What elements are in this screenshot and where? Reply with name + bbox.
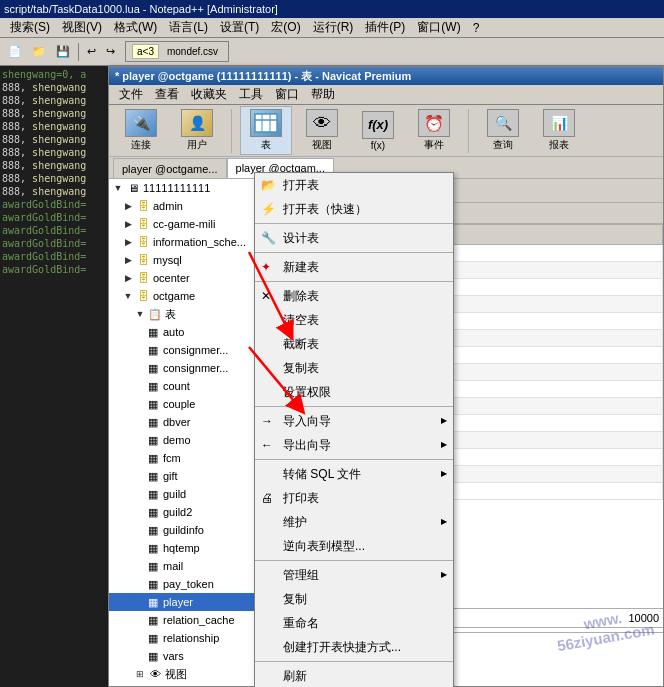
function-button[interactable]: f(x) f(x): [352, 108, 404, 154]
menu-language[interactable]: 语言(L): [163, 17, 214, 38]
tree-table-gift[interactable]: ▦ gift: [109, 467, 262, 485]
tree-table-guild[interactable]: ▦ guild: [109, 485, 262, 503]
query-button[interactable]: 🔍 查询: [477, 106, 529, 155]
ctx-copy[interactable]: 复制: [255, 587, 453, 611]
tree-table-demo[interactable]: ▦ demo: [109, 431, 262, 449]
nav-menu-tools[interactable]: 工具: [233, 84, 269, 105]
tree-table-vars[interactable]: ▦ vars: [109, 647, 262, 665]
admin-toggle[interactable]: ▶: [121, 199, 135, 213]
ctx-create-shortcut[interactable]: 创建打开表快捷方式...: [255, 635, 453, 659]
ctx-import[interactable]: → 导入向导: [255, 409, 453, 433]
nav-menu-file[interactable]: 文件: [113, 84, 149, 105]
tree-table-guildinfo[interactable]: ▦ guildinfo: [109, 521, 262, 539]
ctx-open-fast[interactable]: ⚡ 打开表（快速）: [255, 197, 453, 221]
tree-db-info[interactable]: ▶ 🗄 information_sche...: [109, 233, 262, 251]
tree-table-relcache[interactable]: ▦ relation_cache: [109, 611, 262, 629]
tree-server[interactable]: ▼ 🖥 11111111111: [109, 179, 262, 197]
nav-menu-favorites[interactable]: 收藏夹: [185, 84, 233, 105]
octgame-toggle[interactable]: ▼: [121, 289, 135, 303]
view-toggle[interactable]: ⊞: [133, 667, 147, 681]
ctx-empty[interactable]: 清空表: [255, 308, 453, 332]
tree-db-admin[interactable]: ▶ 🗄 admin: [109, 197, 262, 215]
redo-btn[interactable]: ↪: [102, 41, 119, 63]
nav-menu-help[interactable]: 帮助: [305, 84, 341, 105]
event-button[interactable]: ⏰ 事件: [408, 106, 460, 155]
tree-table-count[interactable]: ▦ count: [109, 377, 262, 395]
open-btn[interactable]: 📁: [28, 41, 50, 63]
tree-tables-node[interactable]: ▼ 📋 表: [109, 305, 262, 323]
tree-table-auto[interactable]: ▦ auto: [109, 323, 262, 341]
tree-function-node[interactable]: ⊞ f() 函数: [109, 683, 262, 686]
tree-table-mail[interactable]: ▦ mail: [109, 557, 262, 575]
ctx-print[interactable]: 🖨 打印表: [255, 486, 453, 510]
ctx-export[interactable]: ← 导出向导: [255, 433, 453, 457]
table-row-icon-mail: ▦: [145, 559, 161, 573]
tree-table-dbver[interactable]: ▦ dbver: [109, 413, 262, 431]
tree-table-hqtemp[interactable]: ▦ hqtemp: [109, 539, 262, 557]
table-button[interactable]: 表: [240, 106, 292, 155]
tree-db-ocenter[interactable]: ▶ 🗄 ocenter: [109, 269, 262, 287]
tree-table-consign2[interactable]: ▦ consignmer...: [109, 359, 262, 377]
tree-db-ccgame[interactable]: ▶ 🗄 cc-game-mili: [109, 215, 262, 233]
user-button[interactable]: 👤 用户: [171, 106, 223, 155]
tab-strip[interactable]: a<3 mondef.csv: [125, 41, 229, 62]
tree-table-relationship[interactable]: ▦ relationship: [109, 629, 262, 647]
nav-menu-window[interactable]: 窗口: [269, 84, 305, 105]
tab2-label[interactable]: mondef.csv: [163, 45, 222, 58]
tree-table-couple[interactable]: ▦ couple: [109, 395, 262, 413]
menu-search[interactable]: 搜索(S): [4, 17, 56, 38]
menu-window[interactable]: 窗口(W): [411, 17, 466, 38]
mysql-toggle[interactable]: ▶: [121, 253, 135, 267]
ctx-maintenance[interactable]: 维护: [255, 510, 453, 534]
tree-table-fcm[interactable]: ▦ fcm: [109, 449, 262, 467]
ctx-truncate[interactable]: 截断表: [255, 332, 453, 356]
save-btn[interactable]: 💾: [52, 41, 74, 63]
ctx-copy-table[interactable]: 复制表: [255, 356, 453, 380]
ctx-reverse[interactable]: 逆向表到模型...: [255, 534, 453, 558]
tables-toggle[interactable]: ▼: [133, 307, 147, 321]
menu-view[interactable]: 视图(V): [56, 17, 108, 38]
menu-run[interactable]: 运行(R): [307, 17, 360, 38]
report-button[interactable]: 📊 报表: [533, 106, 585, 155]
nav-menu-view[interactable]: 查看: [149, 84, 185, 105]
ccgame-toggle[interactable]: ▶: [121, 217, 135, 231]
tree-db-octgame[interactable]: ▼ 🗄 octgame: [109, 287, 262, 305]
ctx-sep4: [255, 406, 453, 407]
ctx-new[interactable]: ✦ 新建表: [255, 255, 453, 279]
new-btn[interactable]: 📄: [4, 41, 26, 63]
undo-btn[interactable]: ↩: [83, 41, 100, 63]
connect-button[interactable]: 🔌 连接: [115, 106, 167, 155]
tree-table-guild2[interactable]: ▦ guild2: [109, 503, 262, 521]
code-editor[interactable]: shengwang=0, a 888, shengwang 888, sheng…: [0, 66, 115, 687]
ctx-manage-group[interactable]: 管理组: [255, 563, 453, 587]
tree-table-paytoken[interactable]: ▦ pay_token: [109, 575, 262, 593]
menu-format[interactable]: 格式(W): [108, 17, 163, 38]
view-button[interactable]: 👁 视图: [296, 106, 348, 155]
octgame-label: octgame: [153, 288, 195, 304]
editor-line-4: 888, shengwang: [2, 107, 112, 120]
info-toggle[interactable]: ▶: [121, 235, 135, 249]
menu-help[interactable]: ?: [467, 19, 486, 37]
ctx-permissions[interactable]: 设置权限: [255, 380, 453, 404]
ctx-rename[interactable]: 重命名: [255, 611, 453, 635]
tree-table-consign1[interactable]: ▦ consignmer...: [109, 341, 262, 359]
tab-player-1[interactable]: player @octgame...: [113, 158, 227, 178]
server-toggle[interactable]: ▼: [111, 181, 125, 195]
ctx-dump-sql[interactable]: 转储 SQL 文件: [255, 462, 453, 486]
tree-view-node[interactable]: ⊞ 👁 视图: [109, 665, 262, 683]
ctx-delete[interactable]: ✕ 删除表: [255, 284, 453, 308]
menu-plugins[interactable]: 插件(P): [359, 17, 411, 38]
tree-db-mysql[interactable]: ▶ 🗄 mysql: [109, 251, 262, 269]
tree-panel[interactable]: ▼ 🖥 11111111111 ▶ 🗄 admin ▶ 🗄 cc-game-mi…: [109, 179, 264, 686]
table-row-icon-gift: ▦: [145, 469, 161, 483]
editor-line-6: 888, shengwang: [2, 133, 112, 146]
tree-table-player[interactable]: ▦ player: [109, 593, 262, 611]
function-toggle[interactable]: ⊞: [133, 685, 147, 686]
ctx-refresh[interactable]: 刷新: [255, 664, 453, 687]
ctx-design[interactable]: 🔧 设计表: [255, 226, 453, 250]
ctx-open[interactable]: 📂 打开表: [255, 173, 453, 197]
menu-settings[interactable]: 设置(T): [214, 17, 265, 38]
tab1-label[interactable]: a<3: [132, 44, 159, 59]
menu-macro[interactable]: 宏(O): [265, 17, 306, 38]
ocenter-toggle[interactable]: ▶: [121, 271, 135, 285]
